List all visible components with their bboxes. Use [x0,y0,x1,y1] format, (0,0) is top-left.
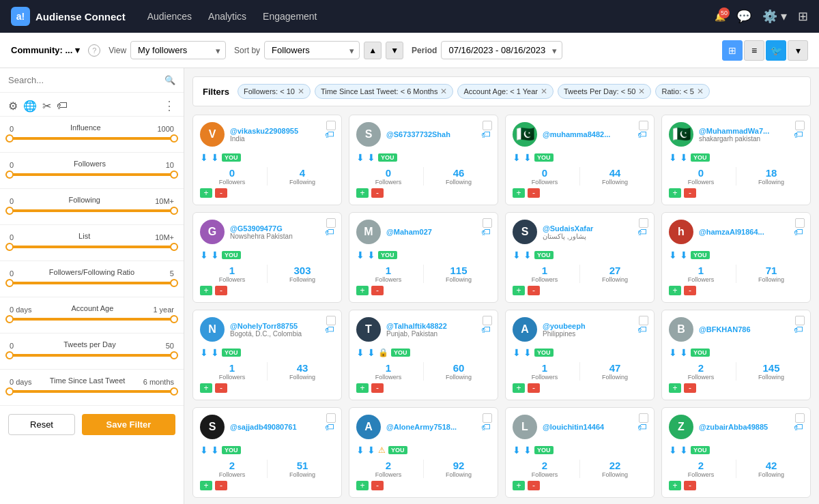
minus-button[interactable]: - [215,286,227,295]
filters-icon[interactable]: ⚙ [8,100,18,113]
card-checkbox[interactable] [639,218,648,228]
card-checkbox[interactable] [795,218,805,228]
slider-track-age[interactable] [10,318,174,321]
card-username[interactable]: @S67337732Shah [386,130,476,138]
help-button[interactable]: ? [88,44,100,57]
card-tag-button[interactable]: 🏷 [325,324,334,335]
settings-icon[interactable]: ⚙️ ▾ [762,9,787,24]
minus-button[interactable]: - [215,481,227,490]
card-tag-button[interactable]: 🏷 [325,226,334,237]
card-username[interactable]: @louichitin14464 [543,423,632,431]
tag-icon[interactable]: 🏷 [57,100,68,112]
card-checkbox[interactable] [639,316,648,325]
plus-button[interactable]: + [200,481,212,490]
card-checkbox[interactable] [326,218,336,228]
view-select[interactable]: My followers [130,41,226,59]
plus-button[interactable]: + [200,188,212,198]
sort-asc-button[interactable]: ▲ [364,42,382,59]
minus-button[interactable]: - [371,481,384,490]
community-selector[interactable]: Community: ... ▾ [11,45,80,55]
minus-button[interactable]: - [684,383,696,393]
card-username[interactable]: @hamzaAl91864... [699,228,788,236]
card-username[interactable]: @youbeeph [543,322,632,330]
notifications-button[interactable]: 🔔 50 [715,12,725,22]
globe-icon[interactable]: 🌐 [23,100,37,113]
minus-button[interactable]: - [528,481,540,490]
card-username[interactable]: @Talhalftik48822 [386,322,476,330]
card-checkbox[interactable] [326,121,336,130]
card-username[interactable]: @vikasku22908955 [230,127,319,135]
plus-button[interactable]: + [356,481,369,490]
plus-button[interactable]: + [356,188,369,198]
minus-button[interactable]: - [528,383,540,393]
card-username[interactable]: @zubairAbba49885 [699,423,788,431]
card-tag-button[interactable]: 🏷 [794,226,803,237]
card-tag-button[interactable]: 🏷 [637,324,647,335]
slider-track-influence[interactable] [10,137,174,140]
more-view-button[interactable]: ▾ [788,40,808,61]
plus-button[interactable]: + [513,481,525,490]
minus-button[interactable]: - [371,286,384,295]
filter-chip-close[interactable]: ✕ [638,87,645,96]
card-tag-button[interactable]: 🏷 [481,324,491,335]
nav-engagement[interactable]: Engagement [263,11,317,22]
card-checkbox[interactable] [795,413,805,423]
card-username[interactable]: @NohelyTorr88755 [230,322,319,330]
card-username[interactable]: @muhamma8482... [543,130,632,138]
sortby-select[interactable]: Followers Following Influence [264,41,360,59]
minus-button[interactable]: - [371,383,384,393]
search-input[interactable] [8,75,159,85]
grid-view-button[interactable]: ⊞ [722,40,743,61]
card-tag-button[interactable]: 🏷 [794,324,803,335]
minus-button[interactable]: - [528,188,540,198]
slider-track-list[interactable] [10,246,174,248]
save-filter-button[interactable]: Save Filter [82,414,175,435]
card-tag-button[interactable]: 🏷 [481,421,491,432]
minus-button[interactable]: - [371,188,384,198]
card-username[interactable]: @BFKHAN786 [699,325,788,333]
plus-button[interactable]: + [356,286,369,295]
plus-button[interactable]: + [513,188,525,198]
card-checkbox[interactable] [483,218,492,228]
card-checkbox[interactable] [483,121,492,130]
period-select[interactable]: 07/16/2023 - 08/16/2023 [441,41,562,59]
card-checkbox[interactable] [326,316,336,325]
slider-track-following[interactable] [10,209,174,212]
minus-button[interactable]: - [215,188,227,198]
card-checkbox[interactable] [483,413,492,423]
card-username[interactable]: @SudaisXafar [543,224,632,233]
minus-button[interactable]: - [684,481,696,490]
nav-analytics[interactable]: Analytics [208,11,246,22]
slider-track-tpd[interactable] [10,354,174,357]
filter-chip-close[interactable]: ✕ [697,87,704,96]
card-tag-button[interactable]: 🏷 [637,421,647,432]
card-tag-button[interactable]: 🏷 [637,226,647,237]
slider-track-followers[interactable] [10,173,174,176]
card-tag-button[interactable]: 🏷 [325,421,334,432]
card-username[interactable]: @sajjadb49080761 [230,423,319,431]
sort-desc-button[interactable]: ▼ [386,42,403,59]
more-options-icon[interactable]: ⋮ [163,98,175,113]
nav-audiences[interactable]: Audiences [147,11,192,22]
card-checkbox[interactable] [639,413,648,423]
minus-button[interactable]: - [684,188,696,198]
card-username[interactable]: @MuhammadWa7... [699,127,788,135]
grid-icon[interactable]: ⊞ [798,9,808,24]
card-tag-button[interactable]: 🏷 [481,226,491,237]
card-tag-button[interactable]: 🏷 [637,129,647,140]
reset-button[interactable]: Reset [8,414,75,435]
card-checkbox[interactable] [483,316,492,325]
minus-button[interactable]: - [215,383,227,393]
plus-button[interactable]: + [669,188,681,198]
plus-button[interactable]: + [513,286,525,295]
filter-chip-close[interactable]: ✕ [440,87,447,96]
minus-button[interactable]: - [528,286,540,295]
card-checkbox[interactable] [795,316,805,325]
slider-track-lasttweet[interactable] [10,390,174,393]
plus-button[interactable]: + [200,383,212,393]
messages-icon[interactable]: 💬 [736,9,751,24]
plus-button[interactable]: + [669,286,681,295]
plus-button[interactable]: + [200,286,212,295]
filter-chip-close[interactable]: ✕ [298,87,304,96]
twitter-view-button[interactable]: 🐦 [766,40,786,61]
